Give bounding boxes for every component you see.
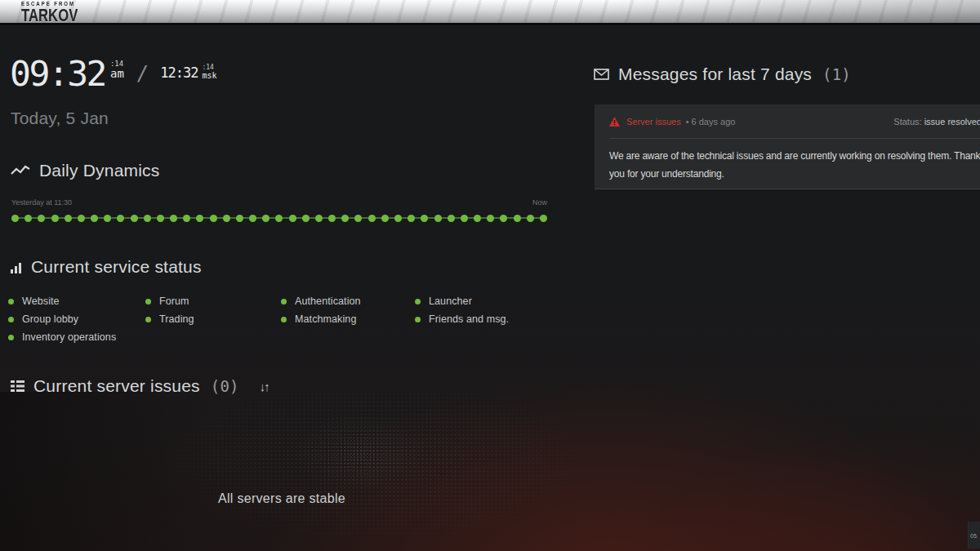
message-category: Server issues: [626, 117, 681, 127]
server-issues-title: Current server issues: [33, 376, 200, 396]
service-status-item: Launcher: [415, 292, 509, 310]
message-status-value: issue resolved: [924, 117, 980, 127]
status-dot[interactable]: [408, 215, 415, 222]
status-dot[interactable]: [51, 215, 59, 222]
service-status-grid: WebsiteGroup lobbyInventory operationsFo…: [8, 292, 509, 346]
envelope-icon: [594, 69, 609, 80]
trend-line-icon: [11, 164, 30, 177]
sort-button[interactable]: ↓↑: [260, 380, 269, 393]
service-status-title: Current service status: [31, 257, 202, 277]
status-dot[interactable]: [24, 215, 32, 222]
server-list-icon: [11, 380, 24, 392]
timeline-now-label: Now: [532, 198, 547, 207]
msk-seconds: :14: [202, 64, 216, 71]
status-dot[interactable]: [104, 215, 111, 222]
status-dot[interactable]: [421, 215, 428, 222]
partial-widget-text: 05.: [970, 533, 978, 539]
status-dot[interactable]: [275, 215, 283, 222]
status-dot[interactable]: [223, 215, 230, 222]
status-bullet-icon: [145, 317, 151, 322]
bar-chart-icon: [11, 261, 22, 273]
status-dot[interactable]: [527, 215, 534, 222]
status-dot[interactable]: [394, 215, 402, 222]
status-dot[interactable]: [157, 215, 164, 222]
halftone-texture: [155, 392, 612, 551]
status-dot[interactable]: [236, 215, 243, 222]
status-bullet-icon: [415, 299, 421, 304]
message-card-header: Server issues • 6 days ago Status: issue…: [609, 104, 980, 139]
status-dot[interactable]: [38, 215, 45, 222]
time-separator: /: [137, 64, 149, 83]
message-card[interactable]: Server issues • 6 days ago Status: issue…: [595, 104, 980, 189]
status-dot[interactable]: [487, 215, 494, 222]
service-status-label: Website: [22, 295, 60, 307]
status-dot[interactable]: [262, 215, 270, 222]
service-status-item: Trading: [145, 310, 281, 328]
status-dot[interactable]: [434, 215, 442, 222]
message-status: Status: issue resolved: [893, 117, 980, 127]
clock: 09:32 :14 am / 12:32 :14 msk: [10, 57, 217, 90]
daily-dynamics-title: Daily Dynamics: [39, 161, 160, 180]
red-glow-secondary: [621, 424, 980, 551]
status-dot[interactable]: [196, 215, 203, 222]
status-dot[interactable]: [354, 215, 362, 222]
message-body: We are aware of the technical issues and…: [609, 147, 980, 183]
warning-triangle-icon: [609, 117, 620, 127]
status-dot[interactable]: [474, 215, 481, 222]
date-label: Today, 5 Jan: [11, 109, 109, 128]
escape-from-tarkov-logo[interactable]: ESCAPE FROM TARKOV: [21, 2, 86, 22]
service-status-label: Authentication: [295, 295, 361, 307]
status-dot[interactable]: [341, 215, 349, 222]
status-dot[interactable]: [368, 215, 376, 222]
service-status-column: ForumTrading: [145, 292, 281, 346]
service-status-item: Authentication: [281, 292, 415, 310]
service-status-column: LauncherFriends and msg.: [415, 292, 509, 346]
status-timeline: [11, 214, 547, 222]
status-dot[interactable]: [381, 215, 389, 222]
messages-heading: Messages for last 7 days (1): [594, 64, 851, 84]
service-status-item: Forum: [145, 292, 281, 310]
status-bullet-icon: [8, 317, 14, 322]
status-dot[interactable]: [91, 215, 98, 222]
status-bullet-icon: [281, 317, 287, 322]
top-bar-grunge: [0, 0, 980, 23]
service-status-item: Inventory operations: [8, 328, 145, 346]
status-bullet-icon: [8, 299, 14, 304]
status-dot[interactable]: [289, 215, 296, 222]
status-dot[interactable]: [328, 215, 336, 222]
status-dot[interactable]: [78, 215, 85, 222]
server-issues-count: (0): [211, 377, 239, 395]
status-dot[interactable]: [131, 215, 138, 222]
status-dot[interactable]: [500, 215, 507, 222]
msk-time: 12:32: [160, 65, 198, 80]
service-status-label: Trading: [159, 313, 194, 325]
status-dot[interactable]: [302, 215, 310, 222]
all-servers-stable-message: All servers are stable: [0, 491, 564, 506]
status-dot[interactable]: [210, 215, 217, 222]
status-dot[interactable]: [183, 215, 190, 222]
status-dot[interactable]: [11, 215, 19, 222]
service-status-label: Friends and msg.: [429, 313, 509, 325]
red-glow: [212, 351, 980, 551]
status-dot[interactable]: [249, 215, 256, 222]
status-dot[interactable]: [65, 215, 72, 222]
status-bullet-icon: [145, 299, 151, 304]
status-dot[interactable]: [448, 215, 455, 222]
status-dot[interactable]: [170, 215, 177, 222]
service-status-column: AuthenticationMatchmaking: [281, 292, 415, 346]
msk-zone-label: msk: [202, 71, 216, 80]
status-dot[interactable]: [315, 215, 323, 222]
partial-widget: 05.: [968, 522, 980, 549]
status-dot[interactable]: [540, 215, 547, 222]
status-dot[interactable]: [461, 215, 468, 222]
logo-tarkov-text: TARKOV: [21, 7, 78, 24]
status-dot[interactable]: [117, 215, 124, 222]
left-vignette: [0, 392, 212, 551]
daily-dynamics-heading: Daily Dynamics: [11, 161, 160, 180]
status-dot[interactable]: [514, 215, 521, 222]
local-meridiem: am: [110, 68, 124, 80]
status-dot[interactable]: [144, 215, 151, 222]
message-timestamp: • 6 days ago: [686, 117, 736, 127]
local-time: 09:32: [10, 57, 105, 90]
status-page: ESCAPE FROM TARKOV 09:32 :14 am / 12:32 …: [0, 0, 980, 551]
